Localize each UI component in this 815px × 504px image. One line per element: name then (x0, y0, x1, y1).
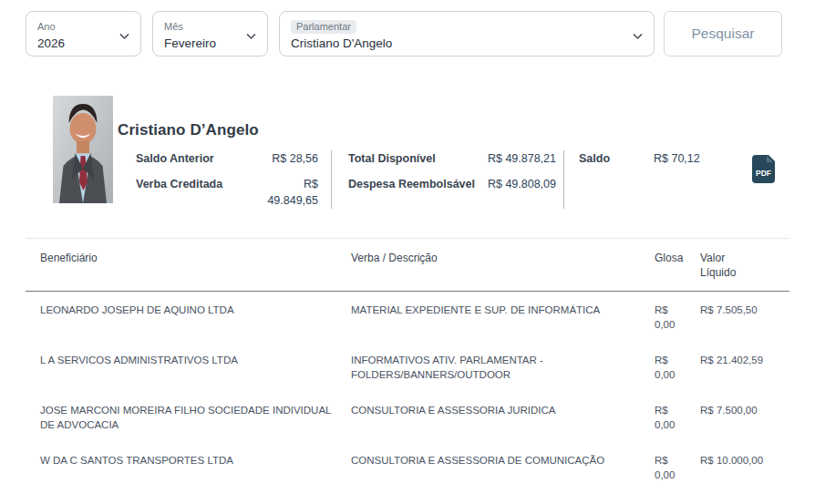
parliamentarian-select-label: Parlamentar (291, 20, 356, 34)
previous-balance-value: R$ 28,56 (254, 150, 318, 167)
year-select-value: 2026 (37, 36, 129, 50)
year-select-label: Ano (37, 21, 56, 33)
row-net-value: R$ 10.000,00 (700, 454, 789, 482)
parliamentarian-photo (53, 96, 113, 203)
header-net-value: Valor Líquido (700, 251, 746, 280)
row-beneficiary: L A SERVICOS ADMINISTRATIVOS LTDA (40, 354, 351, 382)
profile-section: Cristiano D’Angelo Saldo Anterior R$ 28,… (53, 96, 815, 209)
balance-value: R$ 70,12 (654, 150, 717, 167)
month-select-value: Fevereiro (164, 36, 256, 50)
profile-details: Cristiano D’Angelo Saldo Anterior R$ 28,… (118, 96, 775, 209)
table-row: LEONARDO JOSEPH DE AQUINO LTDA MATERIAL … (26, 292, 789, 342)
row-description: MATERIAL EXPEDIENTE E SUP. DE INFORMÁTIC… (351, 303, 655, 332)
row-beneficiary: JOSE MARCONI MOREIRA FILHO SOCIEDADE IND… (40, 404, 351, 432)
total-available-value: R$ 49.878,21 (483, 150, 556, 167)
credited-funds-value: R$ 49.849,65 (254, 176, 318, 209)
summary-column-1: Saldo Anterior R$ 28,56 Verba Creditada … (136, 150, 331, 209)
table-row: W DA C SANTOS TRANSPORTES LTDA CONSULTOR… (26, 442, 789, 492)
balance-summary: Saldo Anterior R$ 28,56 Verba Creditada … (136, 150, 775, 209)
summary-column-2: Total Disponível R$ 49.878,21 Despesa Re… (331, 150, 563, 209)
search-button[interactable]: Pesquisar (664, 11, 782, 57)
pdf-icon-label: PDF (752, 169, 775, 178)
row-glosa: R$ 0,00 (655, 303, 684, 332)
credited-funds-label: Verba Creditada (136, 176, 254, 209)
year-select[interactable]: Ano 2026 (26, 11, 141, 57)
table-row: OMEGA COMERCIO DE DERIVADOS DE PETROLEO … (26, 492, 789, 504)
row-net-value: R$ 7.505,50 (700, 303, 789, 332)
row-glosa: R$ 0,00 (655, 404, 684, 432)
row-beneficiary: LEONARDO JOSEPH DE AQUINO LTDA (40, 303, 351, 332)
parliamentarian-name: Cristiano D’Angelo (118, 121, 775, 139)
balance-label: Saldo (579, 150, 654, 167)
row-beneficiary: W DA C SANTOS TRANSPORTES LTDA (40, 454, 351, 482)
table-row: JOSE MARCONI MOREIRA FILHO SOCIEDADE IND… (26, 392, 789, 442)
row-description: CONSULTORIA E ASSESSORIA JURIDICA (351, 404, 655, 432)
reimbursable-expense-value: R$ 49.808,09 (483, 176, 556, 192)
table-header: Beneficiário Verba / Descrição Glosa Val… (26, 238, 789, 292)
header-beneficiary: Beneficiário (40, 251, 351, 280)
month-select[interactable]: Mês Fevereiro (152, 11, 268, 57)
previous-balance-label: Saldo Anterior (136, 150, 254, 167)
parliamentarian-select[interactable]: Parlamentar Cristiano D'Angelo (279, 11, 655, 57)
row-description: INFORMATIVOS ATIV. PARLAMENTAR - FOLDERS… (351, 354, 655, 382)
total-available-label: Total Disponível (348, 150, 483, 167)
reimbursable-expense-label: Despesa Reembolsável (348, 176, 483, 192)
header-description: Verba / Descrição (351, 251, 655, 280)
chevron-down-icon (245, 29, 257, 46)
summary-column-3: Saldo R$ 70,12 (563, 150, 717, 209)
row-glosa: R$ 0,00 (655, 454, 684, 482)
header-glosa: Glosa (655, 251, 684, 280)
chevron-down-icon (119, 29, 130, 46)
pdf-export-icon[interactable]: PDF (752, 155, 775, 183)
parliamentarian-select-value: Cristiano D'Angelo (291, 36, 643, 50)
chevron-down-icon (632, 29, 644, 46)
row-description: CONSULTORIA E ASSESSORIA DE COMUNICAÇÃO (351, 454, 655, 482)
pdf-fold-flap (767, 156, 773, 162)
row-net-value: R$ 7.500,00 (700, 404, 789, 432)
row-net-value: R$ 21.402,59 (700, 354, 789, 382)
month-select-label: Mês (164, 21, 183, 33)
table-row: L A SERVICOS ADMINISTRATIVOS LTDA INFORM… (26, 342, 789, 392)
table-body: LEONARDO JOSEPH DE AQUINO LTDA MATERIAL … (26, 292, 789, 504)
expenses-table: Beneficiário Verba / Descrição Glosa Val… (26, 238, 789, 504)
filter-bar: Ano 2026 Mês Fevereiro Parlamentar Crist… (26, 11, 815, 57)
row-glosa: R$ 0,00 (655, 354, 684, 382)
